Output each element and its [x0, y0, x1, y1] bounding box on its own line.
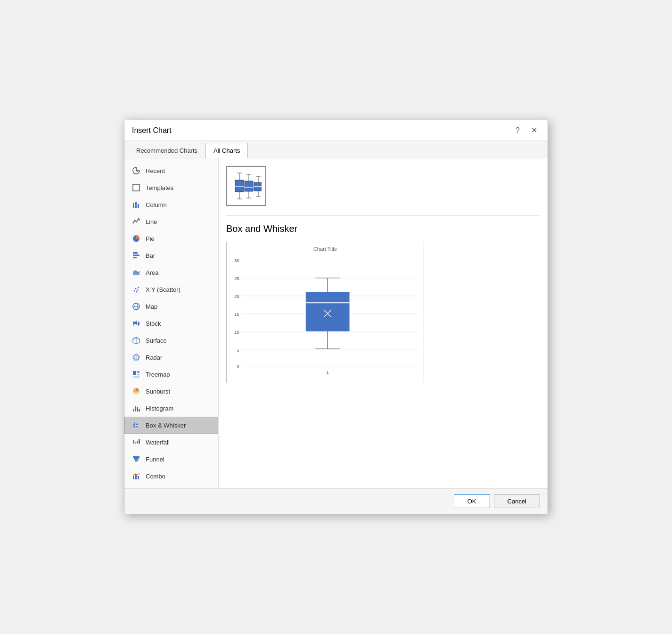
svg-rect-1	[133, 203, 134, 208]
surface-icon	[131, 336, 141, 345]
svg-rect-52	[135, 474, 137, 479]
sidebar-label-waterfall: Waterfall	[146, 439, 170, 446]
svg-rect-60	[245, 181, 253, 191]
xy-icon	[131, 285, 141, 294]
sidebar-item-line[interactable]: Line	[124, 213, 218, 230]
map-icon	[131, 302, 141, 311]
tabs-bar: Recommended Charts All Charts	[124, 141, 548, 158]
sidebar-item-xy[interactable]: X Y (Scatter)	[124, 281, 218, 298]
sidebar-label-stock: Stock	[146, 320, 161, 327]
sidebar-item-bar[interactable]: Bar	[124, 247, 218, 264]
dialog-footer: OK Cancel	[124, 488, 548, 514]
svg-rect-46	[137, 441, 138, 444]
svg-rect-20	[135, 321, 137, 324]
svg-rect-22	[138, 322, 139, 325]
sidebar-label-treemap: Treemap	[146, 371, 170, 378]
box-whisker-chart-svg: 30 25 20 15 10 5 0	[230, 254, 420, 376]
sidebar-item-templates[interactable]: Templates	[124, 179, 218, 196]
sidebar-item-surface[interactable]: Surface	[124, 332, 218, 349]
help-button[interactable]: ?	[513, 125, 523, 136]
sidebar-item-combo[interactable]: Combo	[124, 468, 218, 485]
main-content: Box and Whisker Chart Title 30 25 20 15 …	[219, 158, 548, 488]
svg-rect-37	[139, 409, 140, 412]
sidebar-item-map[interactable]: Map	[124, 298, 218, 315]
cancel-button[interactable]: Cancel	[494, 494, 540, 508]
sidebar-label-map: Map	[146, 303, 157, 310]
title-bar: Insert Chart ? ✕	[124, 120, 548, 141]
svg-text:15: 15	[234, 312, 239, 317]
svg-text:5: 5	[237, 348, 239, 353]
svg-rect-30	[137, 371, 139, 373]
sidebar-item-waterfall[interactable]: Waterfall	[124, 434, 218, 451]
svg-text:20: 20	[234, 294, 239, 299]
sidebar-item-recent[interactable]: Recent	[124, 162, 218, 179]
svg-rect-29	[133, 371, 136, 375]
svg-rect-32	[133, 376, 139, 378]
svg-point-10	[135, 288, 137, 289]
sidebar-item-sunburst[interactable]: Sunburst	[124, 383, 218, 400]
ok-button[interactable]: OK	[454, 494, 490, 508]
tab-all-charts[interactable]: All Charts	[205, 143, 248, 158]
svg-rect-3	[138, 204, 139, 208]
bar-icon	[131, 251, 141, 260]
svg-rect-45	[135, 442, 136, 444]
sidebar-item-area[interactable]: Area	[124, 264, 218, 281]
chart-preview: Chart Title 30 25 20 15 10 5 0	[226, 242, 424, 383]
treemap-icon	[131, 370, 141, 379]
svg-rect-51	[133, 476, 134, 479]
line-icon	[131, 217, 141, 226]
column-icon	[131, 200, 141, 209]
svg-text:1: 1	[327, 370, 329, 375]
svg-rect-53	[138, 476, 139, 479]
svg-rect-2	[135, 202, 137, 208]
sidebar-item-radar[interactable]: Radar	[124, 349, 218, 366]
sidebar-label-templates: Templates	[146, 184, 173, 191]
svg-rect-44	[133, 440, 134, 444]
svg-point-12	[138, 287, 139, 288]
sidebar-item-funnel[interactable]: Funnel	[124, 451, 218, 468]
sidebar-item-column[interactable]: Column	[124, 196, 218, 213]
chart-thumbnails	[226, 166, 540, 206]
svg-point-11	[137, 289, 139, 291]
sidebar-item-stock[interactable]: Stock	[124, 315, 218, 332]
sidebar-label-funnel: Funnel	[146, 456, 164, 463]
sidebar-item-pie[interactable]: Pie	[124, 230, 218, 247]
sidebar-label-radar: Radar	[146, 354, 162, 361]
svg-rect-31	[137, 374, 139, 375]
sidebar-item-boxwhisker[interactable]: Box & Whisker	[124, 417, 218, 434]
svg-rect-34	[133, 409, 134, 412]
close-button[interactable]: ✕	[528, 125, 540, 136]
tab-recommended[interactable]: Recommended Charts	[128, 143, 205, 158]
svg-text:25: 25	[234, 276, 239, 281]
sidebar-label-sunburst: Sunburst	[146, 388, 170, 395]
chart-thumb-boxwhisker[interactable]	[226, 166, 266, 206]
stock-icon	[131, 319, 141, 328]
svg-text:30: 30	[234, 258, 239, 263]
pie-icon	[131, 234, 141, 243]
chart-type-title: Box and Whisker	[226, 223, 540, 234]
boxwhisker-icon	[131, 420, 141, 430]
recent-icon	[131, 166, 141, 175]
sidebar-label-area: Area	[146, 269, 158, 276]
sidebar-item-treemap[interactable]: Treemap	[124, 366, 218, 383]
sidebar-label-pie: Pie	[146, 235, 155, 242]
sunburst-icon	[131, 387, 141, 396]
svg-point-9	[134, 290, 135, 292]
title-bar-controls: ? ✕	[513, 125, 540, 136]
svg-rect-36	[137, 407, 138, 412]
sidebar-label-surface: Surface	[146, 337, 167, 344]
svg-rect-0	[133, 184, 139, 191]
insert-chart-dialog: Insert Chart ? ✕ Recommended Charts All …	[124, 120, 548, 514]
sidebar-label-xy: X Y (Scatter)	[146, 286, 180, 293]
svg-rect-6	[133, 255, 139, 256]
sidebar-item-histogram[interactable]: Histogram	[124, 400, 218, 417]
svg-rect-86	[306, 292, 350, 331]
radar-icon	[131, 353, 141, 362]
funnel-icon	[131, 454, 141, 464]
sidebar-label-boxwhisker: Box & Whisker	[146, 422, 186, 429]
svg-rect-5	[133, 252, 138, 254]
sidebar-label-histogram: Histogram	[146, 405, 173, 412]
histogram-icon	[131, 403, 141, 413]
svg-rect-49	[134, 458, 139, 460]
sidebar: Recent Templates Column	[124, 158, 219, 488]
